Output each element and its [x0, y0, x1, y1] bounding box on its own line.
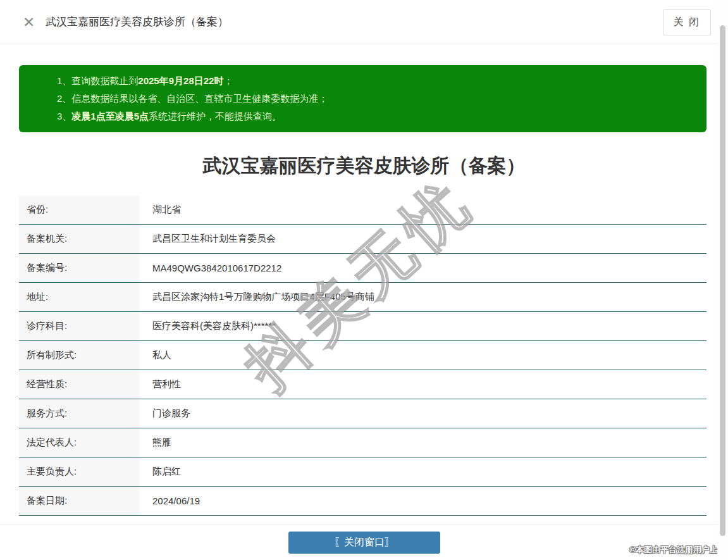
row-label: 备案编号: — [19, 254, 139, 282]
row-value: 门诊服务 — [139, 399, 706, 428]
row-label: 诊疗科目: — [19, 312, 139, 340]
notice-text: 2、信息数据结果以各省、自治区、直辖市卫生健康委数据为准； — [57, 93, 328, 104]
row-label: 服务方式: — [19, 399, 139, 428]
notice-box: 1、查询数据截止到2025年9月28日22时； 2、信息数据结果以各省、自治区、… — [19, 65, 706, 132]
row-value: 2024/06/19 — [139, 487, 706, 515]
notice-line-3: 3、凌晨1点至凌晨5点系统进行维护，不能提供查询。 — [57, 108, 694, 125]
notice-text: 3、 — [57, 111, 71, 121]
row-value: MA49QWG3842010617D2212 — [139, 254, 706, 282]
row-value: 营利性 — [139, 370, 706, 399]
window-title: 武汉宝嘉丽医疗美容皮肤诊所（备案） — [46, 15, 228, 29]
row-value: 陈启红 — [139, 457, 706, 486]
notice-text: ； — [223, 75, 233, 86]
page-title: 武汉宝嘉丽医疗美容皮肤诊所（备案） — [0, 153, 728, 179]
close-button[interactable]: 关 闭 — [663, 9, 711, 35]
row-label: 备案日期: — [19, 487, 139, 515]
row-value: 熊雁 — [139, 428, 706, 457]
notice-bold-text: 凌晨1点至凌晨5点 — [71, 111, 149, 121]
close-window-button[interactable]: 〖关闭窗口〗 — [288, 532, 440, 554]
table-row: 服务方式: 门诊服务 — [19, 399, 706, 428]
image-credit: ©本图由平台注册用户上传 — [629, 544, 726, 556]
row-label: 所有制形式: — [19, 341, 139, 370]
notice-line-1: 1、查询数据截止到2025年9月28日22时； — [57, 72, 694, 90]
info-table: 省份: 湖北省 备案机关: 武昌区卫生和计划生育委员会 备案编号: MA49QW… — [19, 196, 706, 516]
row-label: 法定代表人: — [19, 428, 139, 457]
scrollbar-thumb[interactable] — [720, 25, 725, 536]
row-value: 武昌区涂家沟特1号万隆购物广场项目4层F405号商铺 — [139, 283, 706, 311]
table-row: 省份: 湖北省 — [19, 196, 706, 225]
table-row: 备案日期: 2024/06/19 — [19, 487, 706, 516]
table-row: 主要负责人: 陈启红 — [19, 457, 706, 487]
row-value: 私人 — [139, 341, 706, 370]
table-row: 备案机关: 武昌区卫生和计划生育委员会 — [19, 225, 706, 254]
row-value: 武昌区卫生和计划生育委员会 — [139, 225, 706, 253]
row-label: 地址: — [19, 283, 139, 311]
row-label: 主要负责人: — [19, 457, 139, 486]
table-row: 法定代表人: 熊雁 — [19, 428, 706, 457]
row-value: 湖北省 — [139, 196, 706, 224]
title-bar: ✕ 武汉宝嘉丽医疗美容皮肤诊所（备案） 关 闭 — [0, 0, 728, 44]
close-x-icon[interactable]: ✕ — [23, 15, 35, 29]
table-row: 诊疗科目: 医疗美容科(美容皮肤科)****** — [19, 312, 706, 341]
notice-bold-text: 2025年9月28日22时 — [138, 75, 223, 86]
row-value: 医疗美容科(美容皮肤科)****** — [139, 312, 706, 340]
row-label: 备案机关: — [19, 225, 139, 253]
notice-line-2: 2、信息数据结果以各省、自治区、直辖市卫生健康委数据为准； — [57, 90, 694, 108]
table-row: 备案编号: MA49QWG3842010617D2212 — [19, 254, 706, 283]
notice-text: 1、查询数据截止到 — [57, 75, 138, 86]
scrollbar[interactable] — [717, 0, 728, 560]
row-label: 省份: — [19, 196, 139, 224]
row-label: 经营性质: — [19, 370, 139, 399]
table-row: 所有制形式: 私人 — [19, 341, 706, 370]
notice-text: 系统进行维护，不能提供查询。 — [149, 111, 281, 121]
table-row: 经营性质: 营利性 — [19, 370, 706, 399]
footer-divider — [0, 525, 728, 525]
table-row: 地址: 武昌区涂家沟特1号万隆购物广场项目4层F405号商铺 — [19, 283, 706, 312]
